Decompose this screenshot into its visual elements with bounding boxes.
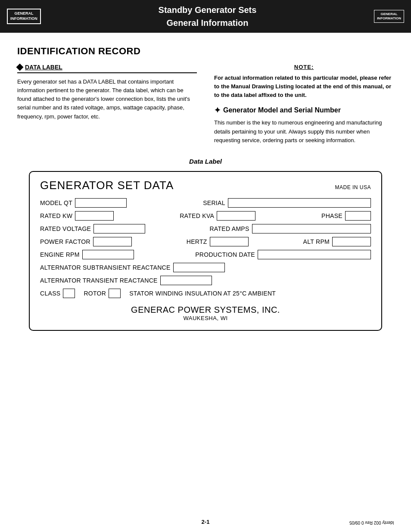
generator-set-data-box: GENERATOR SET DATA MADE IN USA MODEL QT … (29, 171, 382, 331)
serial-label: SERIAL (203, 199, 225, 206)
gsd-row-rated-kw: RATED KW RATED KVA PHASE (40, 211, 371, 221)
rated-amps-label: RATED AMPS (209, 225, 249, 232)
gsd-title: GENERATOR SET DATA (40, 179, 174, 192)
company-name: GENERAC POWER SYSTEMS, INC. (40, 305, 371, 315)
subtransient-field (173, 263, 225, 272)
class-field (63, 289, 75, 298)
phase-field (345, 211, 371, 221)
gsd-title-row: GENERATOR SET DATA MADE IN USA (40, 179, 371, 192)
gsd-row-model: MODEL QT SERIAL (40, 198, 371, 208)
rated-voltage-label: RATED VOLTAGE (40, 225, 91, 232)
serial-field (228, 198, 371, 208)
transient-label: ALTERNATOR TRANSIENT REACTANCE (40, 277, 158, 284)
data-label-body: Every generator set has a DATA LABEL tha… (17, 78, 197, 121)
power-factor-label: POWER FACTOR (40, 238, 90, 245)
alt-rpm-field (332, 237, 371, 246)
hertz-field (210, 237, 249, 246)
two-column-layout: DATA LABEL Every generator set has a DAT… (17, 64, 394, 145)
gsd-row-rated-voltage: RATED VOLTAGE RATED AMPS (40, 224, 371, 233)
production-date-label: PRODUCTION DATE (195, 251, 255, 258)
gsd-row-power-factor: POWER FACTOR HERTZ ALT RPM (40, 237, 371, 246)
phase-label: PHASE (321, 212, 342, 219)
gsd-made-in-usa: MADE IN USA (335, 184, 371, 190)
stator-label: STATOR WINDING INSULATION AT 25°C AMBIEN… (129, 290, 276, 297)
production-date-field (258, 250, 371, 259)
power-factor-field (93, 237, 132, 246)
rated-kva-label: RATED KVA (180, 212, 214, 219)
gsd-row-transient: ALTERNATOR TRANSIENT REACTANCE (40, 276, 371, 285)
data-label-heading: DATA LABEL (17, 64, 197, 73)
note-title: NOTE: (214, 64, 394, 70)
engine-rpm-label: ENGINE RPM (40, 251, 80, 258)
engine-rpm-field (82, 250, 134, 259)
gsd-row-engine-rpm: ENGINE RPM PRODUCTION DATE (40, 250, 371, 259)
rated-amps-field (252, 224, 371, 233)
generator-model-heading: ✦ Generator Model and Serial Number (214, 106, 394, 115)
company-city: WAUKESHA, WI (40, 315, 371, 321)
gsd-footer: GENERAC POWER SYSTEMS, INC. WAUKESHA, WI (40, 305, 371, 321)
data-label-caption: Data Label (17, 158, 394, 165)
subtransient-label: ALTERNATOR SUBTRANSIENT REACTANCE (40, 264, 171, 271)
generator-model-body: This number is the key to numerous engin… (214, 118, 394, 144)
main-content: IDENTIFICATION RECORD DATA LABEL Every g… (0, 33, 411, 339)
page-title: IDENTIFICATION RECORD (17, 46, 394, 57)
rotor-field (109, 289, 121, 298)
header-title: Standby Generator Sets General Informati… (159, 3, 257, 29)
model-label: MODEL QT (40, 199, 72, 206)
diamond-icon (16, 64, 24, 71)
footer-right: Identy 002 Rev 0 09/05 (349, 520, 394, 525)
gsd-row-class: CLASS ROTOR STATOR WINDING INSULATION AT… (40, 289, 371, 298)
note-body: For actual information related to this p… (214, 74, 394, 100)
rated-voltage-field (93, 224, 145, 233)
class-label: CLASS (40, 290, 60, 297)
rotor-label: ROTOR (84, 290, 106, 297)
right-column: NOTE: For actual information related to … (214, 64, 394, 145)
hertz-label: HERTZ (187, 238, 207, 245)
left-column: DATA LABEL Every generator set has a DAT… (17, 64, 197, 145)
model-field (75, 198, 127, 208)
page-number: 2-1 (202, 519, 210, 525)
rated-kw-field (75, 211, 114, 221)
logo-right: GENERAL INFORMATION (374, 10, 404, 23)
plus-icon: ✦ (214, 106, 221, 115)
rated-kw-label: RATED KW (40, 212, 72, 219)
gsd-row-subtransient: ALTERNATOR SUBTRANSIENT REACTANCE (40, 263, 371, 272)
transient-field (160, 276, 212, 285)
page-header: GENERAL INFORMATION Standby Generator Se… (0, 0, 411, 33)
alt-rpm-label: ALT RPM (303, 238, 330, 245)
logo-left: GENERAL INFORMATION (7, 9, 41, 24)
rated-kva-field (217, 211, 255, 221)
